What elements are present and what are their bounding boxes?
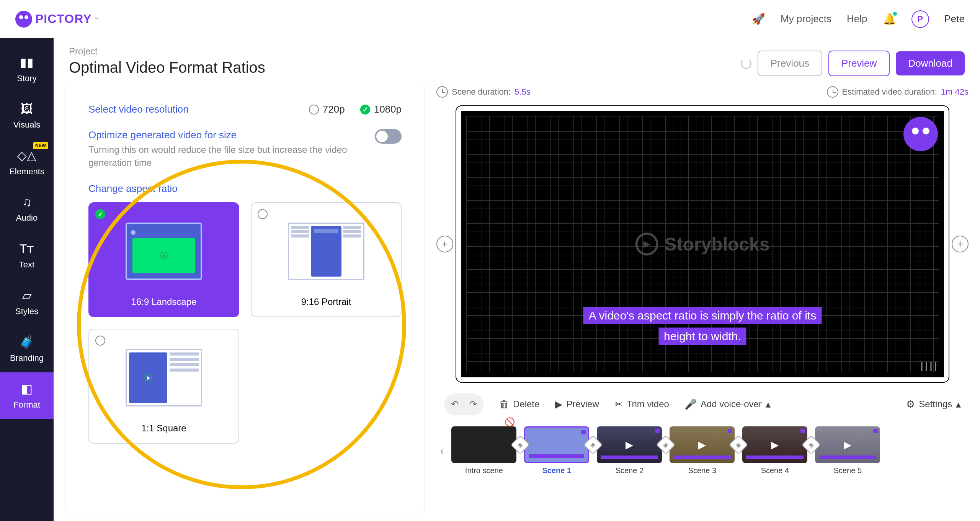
scene-label: Scene 5 (834, 466, 862, 475)
scene-thumbnail[interactable]: ▶ (597, 426, 662, 463)
aspect-label: 1:1 Square (141, 423, 186, 434)
sidebar-item-styles[interactable]: ▱Styles (0, 279, 54, 326)
caption-text[interactable]: A video's aspect ratio is simply the rat… (582, 305, 823, 347)
add-scene-after-button[interactable]: + (952, 236, 969, 252)
scene-thumbnail[interactable]: ▶ (742, 426, 807, 463)
visibility-off-icon[interactable]: 🚫 (505, 417, 515, 427)
scene-label: Intro scene (465, 466, 503, 475)
scene-duration-value: 5.5s (514, 87, 531, 97)
story-icon: ▮▮ (20, 55, 34, 70)
trim-video-button[interactable]: ✂Trim video (614, 398, 669, 410)
chevron-up-icon: ▴ (766, 398, 771, 410)
format-panel: Select video resolution 720p 1080p Optim… (65, 84, 425, 513)
play-icon: ▶ (844, 439, 851, 451)
resolution-1080p[interactable]: 1080p (360, 103, 402, 115)
logo-text: PICTORY (35, 12, 91, 26)
scene-3[interactable]: ▶ ◈ Scene 3 (670, 426, 735, 475)
audio-icon: ♫ (22, 195, 31, 209)
delete-button[interactable]: 🗑Delete (499, 398, 539, 410)
preview-button[interactable]: Preview (828, 51, 890, 76)
play-icon: ▶ (771, 439, 779, 451)
text-icon: Tᴛ (20, 241, 34, 256)
checkmark-icon: ✓ (95, 209, 105, 219)
rocket-icon[interactable]: 🚀 (752, 13, 765, 25)
scene-thumbnail[interactable] (524, 426, 589, 463)
resolution-title: Select video resolution (88, 103, 189, 115)
optimize-description: Turning this on would reduce the file si… (88, 143, 359, 169)
play-icon: ▶ (555, 398, 562, 410)
avatar[interactable]: P (911, 10, 929, 28)
scene-4[interactable]: ▶ ◈ Scene 4 (742, 426, 807, 475)
estimated-duration-value: 1m 42s (941, 87, 969, 97)
new-badge: NEW (33, 142, 48, 149)
estimated-duration-label: Estimated video duration: (842, 87, 937, 97)
scene-thumbnail[interactable]: 🚫 (451, 426, 516, 463)
radio-checked-icon (360, 105, 370, 115)
redo-button[interactable]: ↷ (465, 396, 482, 413)
mic-icon: 🎤 (684, 398, 697, 410)
chevron-up-icon: ▴ (956, 398, 961, 410)
video-preview[interactable]: ▶Storyblocks A video's aspect ratio is s… (456, 106, 949, 382)
clock-icon (827, 86, 838, 98)
scene-2[interactable]: ▶ ◈ Scene 2 (597, 426, 662, 475)
sidebar-item-elements[interactable]: NEW◇△Elements (0, 139, 54, 186)
page-title: Optimal Video Format Ratios (69, 59, 733, 76)
scene-5[interactable]: ▶ Scene 5 (815, 426, 880, 475)
watermark: ▶Storyblocks (635, 233, 770, 256)
aspect-portrait[interactable]: 9:16 Portrait (251, 202, 402, 317)
scene-label: Scene 3 (688, 466, 716, 475)
scene-label: Scene 1 (542, 466, 572, 475)
radio-icon (95, 336, 105, 346)
breadcrumb: Project (69, 46, 733, 57)
scene-label: Scene 2 (616, 466, 644, 475)
previous-button[interactable]: Previous (758, 51, 822, 76)
resolution-720p[interactable]: 720p (309, 103, 345, 115)
bell-icon[interactable]: 🔔 (883, 13, 896, 25)
sidebar: ▮▮Story 🖼Visuals NEW◇△Elements ♫Audio Tᴛ… (0, 38, 54, 521)
aspect-landscape[interactable]: ✓ 16:9 Landscape (88, 202, 239, 317)
radio-icon (258, 209, 268, 219)
aspect-square[interactable]: 1:1 Square (88, 329, 239, 444)
sidebar-item-visuals[interactable]: 🖼Visuals (0, 93, 54, 139)
scenes-prev-button[interactable]: ‹ (440, 445, 444, 457)
settings-button[interactable]: ⚙Settings ▴ (906, 398, 961, 410)
audio-waveform-icon: ┃┃┃┃ (920, 362, 938, 371)
scene-1[interactable]: ◈ Scene 1 (524, 426, 589, 475)
styles-icon: ▱ (22, 288, 32, 303)
scene-thumbnail[interactable]: ▶ (815, 426, 880, 463)
scene-intro[interactable]: 🚫 ◈ Intro scene (451, 426, 516, 475)
sidebar-item-format[interactable]: ◧Format (0, 372, 54, 419)
sidebar-item-audio[interactable]: ♫Audio (0, 186, 54, 232)
sidebar-item-branding[interactable]: 🧳Branding (0, 326, 54, 372)
username: Pete (944, 13, 965, 25)
help-link[interactable]: Help (847, 13, 867, 25)
play-icon (144, 374, 152, 382)
trash-icon: 🗑 (499, 398, 509, 410)
visuals-icon: 🖼 (21, 102, 33, 116)
branding-icon: 🧳 (19, 335, 34, 349)
my-projects-link[interactable]: My projects (781, 13, 831, 25)
radio-icon (309, 105, 319, 115)
logo-trademark: ™ (95, 17, 98, 21)
play-icon (160, 252, 168, 259)
optimize-title: Optimize generated video for size (88, 129, 359, 141)
scene-thumbnail[interactable]: ▶ (670, 426, 735, 463)
play-icon: ▶ (698, 439, 706, 451)
octopus-icon (15, 11, 32, 28)
aspect-label: 16:9 Landscape (131, 297, 197, 307)
scene-label: Scene 4 (761, 466, 789, 475)
aspect-label: 9:16 Portrait (301, 297, 351, 307)
add-voiceover-button[interactable]: 🎤Add voice-over ▴ (684, 398, 771, 410)
add-scene-before-button[interactable]: + (436, 236, 453, 252)
format-icon: ◧ (21, 382, 33, 396)
optimize-toggle[interactable] (375, 129, 402, 144)
sidebar-item-text[interactable]: TᴛText (0, 232, 54, 279)
undo-button[interactable]: ↶ (446, 396, 463, 413)
loading-spinner (741, 58, 751, 69)
sidebar-item-story[interactable]: ▮▮Story (0, 46, 54, 93)
preview-scene-button[interactable]: ▶Preview (555, 398, 599, 410)
logo[interactable]: PICTORY ™ (15, 11, 98, 28)
scene-duration-label: Scene duration: (452, 87, 511, 97)
download-button[interactable]: Download (896, 51, 965, 75)
settings-icon: ⚙ (906, 398, 915, 410)
